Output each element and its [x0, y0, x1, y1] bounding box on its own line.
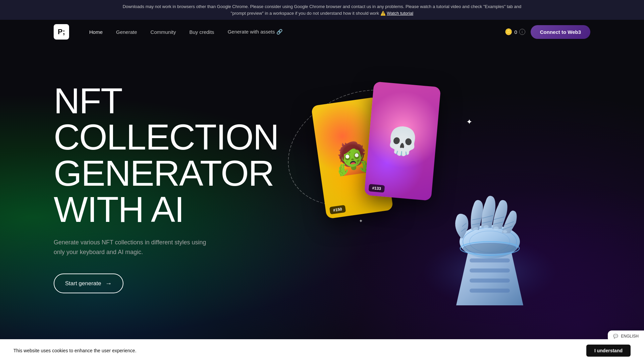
hero-left: NFT COLLECTION GENERATOR WITH AI Generat…: [54, 83, 272, 294]
cookie-text: This website uses cookies to enhance the…: [13, 348, 137, 353]
info-icon[interactable]: i: [519, 29, 525, 35]
chat-icon: 💬: [613, 334, 618, 339]
hero-right: ✦ ✦ 🧟 #150 💀 #133: [292, 71, 590, 305]
watch-tutorial-link[interactable]: Watch tutorial: [387, 11, 413, 16]
logo[interactable]: P;: [54, 24, 69, 40]
nft-card-2: 💀 #133: [364, 81, 441, 201]
notice-bar: Downloads may not work in browsers other…: [0, 0, 644, 20]
svg-rect-3: [470, 268, 510, 273]
nav-community[interactable]: Community: [151, 29, 176, 35]
logo-box: P;: [54, 24, 69, 40]
hero-section: NFT COLLECTION GENERATOR WITH AI Generat…: [0, 44, 644, 339]
svg-rect-5: [470, 289, 510, 293]
chat-label: ENGLISH: [621, 334, 639, 339]
hero-title: NFT COLLECTION GENERATOR WITH AI: [54, 83, 272, 228]
nav-right: 🪙 0 i Connect to Web3: [505, 25, 590, 39]
cookie-bar: This website uses cookies to enhance the…: [0, 339, 644, 362]
coin-icon: 🪙: [505, 28, 512, 36]
connect-web3-button[interactable]: Connect to Web3: [531, 25, 590, 39]
start-generate-button[interactable]: Start generate →: [54, 274, 123, 293]
nav-buy-credits[interactable]: Buy credits: [189, 29, 214, 35]
nft-card-2-label: #133: [369, 184, 385, 193]
sparkle-icon: ✦: [466, 118, 472, 126]
nav-home[interactable]: Home: [89, 29, 103, 35]
credits-count: 0: [514, 29, 517, 35]
cookie-accept-button[interactable]: I understand: [586, 345, 631, 357]
svg-rect-4: [470, 279, 510, 283]
nav-generate-assets[interactable]: Generate with assets 🔗: [228, 29, 283, 35]
nav-links: Home Generate Community Buy credits Gene…: [89, 29, 505, 35]
navbar: P; Home Generate Community Buy credits G…: [0, 20, 644, 44]
svg-rect-2: [470, 258, 510, 262]
nav-generate[interactable]: Generate: [116, 29, 137, 35]
arrow-right-icon: →: [105, 280, 112, 287]
svg-point-24: [463, 243, 517, 254]
credits-display: 🪙 0 i: [505, 28, 525, 36]
hero-subtitle: Generate various NFT collections in diff…: [54, 238, 215, 257]
nft-art-2: 💀: [364, 81, 441, 201]
notice-text: Downloads may not work in browsers other…: [123, 4, 522, 16]
logo-text: P;: [58, 28, 65, 36]
